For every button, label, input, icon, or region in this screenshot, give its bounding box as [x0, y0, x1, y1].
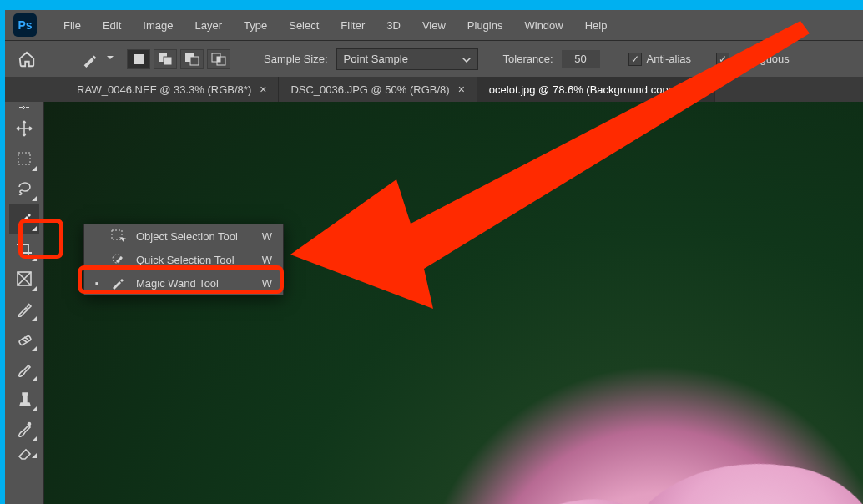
flyout-magic-wand[interactable]: ▪ Magic Wand Tool W [84, 271, 283, 295]
menu-image[interactable]: Image [133, 14, 183, 37]
sample-size-value: Point Sample [344, 53, 408, 65]
eyedropper-tool[interactable] [9, 294, 39, 324]
contiguous-checkbox[interactable]: ✓ Contiguous [716, 53, 790, 66]
options-bar: Sample Size: Point Sample Tolerance: ✓ A… [5, 40, 863, 77]
svg-point-11 [28, 423, 31, 426]
menu-3d[interactable]: 3D [376, 14, 411, 37]
selection-subtract[interactable] [180, 49, 204, 69]
flyout-object-selection[interactable]: Object Selection Tool W [84, 224, 283, 248]
lasso-tool[interactable] [9, 174, 39, 204]
main-area [5, 102, 863, 504]
tolerance-input[interactable] [562, 50, 600, 68]
history-brush-tool[interactable] [9, 414, 39, 444]
antialias-checkbox[interactable]: ✓ Anti-alias [628, 53, 691, 66]
selection-new[interactable] [127, 49, 150, 69]
close-icon[interactable]: × [260, 83, 266, 96]
selection-mode-group [127, 49, 230, 69]
chevron-down-icon [462, 53, 471, 65]
menu-file[interactable]: File [53, 14, 91, 37]
menu-filter[interactable]: Filter [331, 14, 375, 37]
document-tabbar: RAW_0046.NEF @ 33.3% (RGB/8*) × DSC_0036… [5, 77, 863, 102]
selected-indicator: ▪ [93, 277, 101, 290]
app-logo: Ps [13, 13, 37, 37]
brush-tool[interactable] [9, 354, 39, 384]
sample-size-label: Sample Size: [264, 53, 328, 65]
svg-rect-2 [164, 57, 172, 65]
menu-plugins[interactable]: Plugins [457, 14, 513, 37]
checkbox-checked-icon: ✓ [628, 53, 642, 66]
document-canvas[interactable] [44, 102, 863, 504]
menu-window[interactable]: Window [514, 14, 573, 37]
tool-preset-picker[interactable] [77, 46, 103, 73]
menu-type[interactable]: Type [234, 14, 277, 37]
tool-flyout-menu: Object Selection Tool W Quick Selection … [83, 224, 284, 295]
magic-wand-icon [109, 276, 128, 290]
clone-stamp-tool[interactable] [9, 384, 39, 414]
tolerance-label: Tolerance: [503, 53, 553, 65]
selection-intersect[interactable] [207, 49, 230, 69]
checkbox-checked-icon: ✓ [716, 53, 729, 66]
quick-selection-icon [109, 253, 128, 266]
crop-tool[interactable] [9, 234, 39, 264]
menu-edit[interactable]: Edit [93, 14, 131, 37]
image-content [44, 102, 863, 504]
magic-wand-tool[interactable] [9, 204, 39, 234]
menu-view[interactable]: View [412, 14, 456, 37]
svg-rect-4 [190, 57, 199, 65]
toolbar [5, 102, 44, 504]
home-button[interactable] [13, 46, 40, 73]
menu-help[interactable]: Help [575, 14, 618, 37]
menu-items: File Edit Image Layer Type Select Filter… [53, 14, 617, 37]
document-tab[interactable]: DSC_0036.JPG @ 50% (RGB/8) × [279, 77, 477, 102]
svg-rect-7 [217, 57, 220, 62]
toolbar-expand[interactable] [5, 102, 43, 113]
menu-select[interactable]: Select [279, 14, 329, 37]
object-selection-icon [109, 229, 128, 243]
flyout-quick-selection[interactable]: Quick Selection Tool W [84, 248, 283, 271]
menubar: Ps File Edit Image Layer Type Select Fil… [5, 10, 863, 40]
move-tool[interactable] [9, 113, 39, 144]
photoshop-window: Ps File Edit Image Layer Type Select Fil… [5, 10, 863, 504]
healing-brush-tool[interactable] [9, 324, 39, 354]
document-tab[interactable]: ocelot.jpg @ 78.6% (Background copy, RGB [477, 77, 715, 102]
menu-layer[interactable]: Layer [185, 14, 233, 37]
sample-size-select[interactable]: Point Sample [336, 48, 478, 70]
selection-add[interactable] [154, 49, 177, 69]
svg-rect-0 [134, 54, 144, 64]
document-tab[interactable]: RAW_0046.NEF @ 33.3% (RGB/8*) × [65, 77, 279, 102]
eraser-tool[interactable] [9, 444, 39, 461]
svg-rect-8 [18, 153, 30, 164]
close-icon[interactable]: × [458, 83, 465, 96]
marquee-tool[interactable] [9, 144, 39, 174]
frame-tool[interactable] [9, 264, 39, 294]
